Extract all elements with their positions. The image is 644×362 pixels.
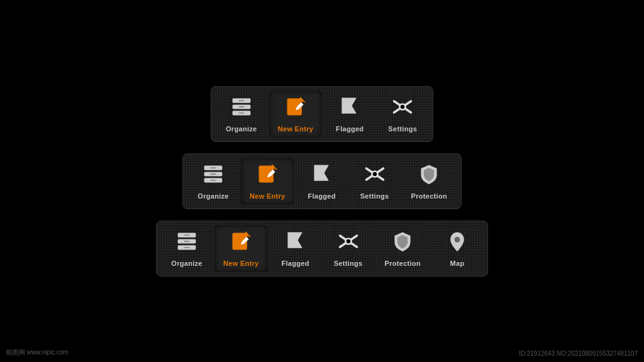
watermark-right: ID:21912643 NO:20210809155327481107 (519, 350, 638, 357)
new-entry-icon (256, 163, 279, 189)
new-entry-label: New Entry (278, 125, 314, 133)
toolbar-2-item-protection[interactable]: Protection (402, 158, 456, 205)
toolbar-1: OrganizeNew EntryFlaggedSettings (211, 86, 434, 142)
toolbar-2-item-organize[interactable]: Organize (188, 158, 238, 205)
toolbar-1-item-settings[interactable]: Settings (377, 90, 428, 138)
settings-icon (337, 230, 360, 256)
toolbar-2-item-new-entry[interactable]: New Entry (241, 158, 294, 205)
flagged-icon (338, 96, 361, 121)
toolbar-3-item-organize[interactable]: Organize (162, 225, 212, 272)
organize-label: Organize (226, 125, 257, 133)
watermark-left: 昵图网 www.nipic.com (6, 348, 69, 357)
settings-icon (391, 96, 414, 121)
map-label: Map (450, 260, 465, 267)
toolbar-3-item-protection[interactable]: Protection (376, 225, 430, 272)
flagged-label: Flagged (281, 260, 309, 267)
new-entry-label: New Entry (250, 192, 286, 200)
toolbar-2-item-flagged[interactable]: Flagged (297, 158, 347, 205)
protection-label: Protection (411, 192, 447, 200)
flagged-label: Flagged (308, 192, 335, 200)
toolbar-1-item-organize[interactable]: Organize (216, 90, 267, 138)
flagged-icon (284, 230, 307, 256)
organize-label: Organize (171, 260, 202, 267)
toolbar-2: OrganizeNew EntryFlaggedSettingsProtecti… (182, 153, 462, 209)
new-entry-icon (284, 96, 307, 121)
organize-label: Organize (197, 192, 228, 200)
toolbar-3: OrganizeNew EntryFlaggedSettingsProtecti… (156, 221, 488, 277)
new-entry-icon (230, 230, 252, 256)
new-entry-label: New Entry (223, 260, 259, 267)
toolbar-3-item-new-entry[interactable]: New Entry (214, 225, 268, 272)
flagged-icon (311, 163, 333, 189)
protection-icon (418, 163, 440, 189)
toolbar-3-item-flagged[interactable]: Flagged (270, 225, 321, 272)
toolbar-1-item-flagged[interactable]: Flagged (325, 90, 375, 138)
flagged-label: Flagged (336, 125, 364, 133)
map-icon (446, 230, 469, 256)
protection-label: Protection (385, 260, 421, 267)
toolbar-3-item-map[interactable]: Map (432, 225, 482, 272)
organize-icon (175, 230, 198, 256)
settings-label: Settings (360, 192, 389, 200)
settings-label: Settings (334, 260, 363, 267)
organize-icon (202, 163, 225, 189)
toolbar-1-item-new-entry[interactable]: New Entry (269, 90, 323, 138)
settings-icon (364, 163, 386, 189)
organize-icon (230, 96, 253, 121)
toolbar-2-item-settings[interactable]: Settings (350, 158, 400, 205)
protection-icon (391, 230, 414, 256)
toolbar-3-item-settings[interactable]: Settings (323, 225, 374, 272)
settings-label: Settings (388, 125, 417, 133)
